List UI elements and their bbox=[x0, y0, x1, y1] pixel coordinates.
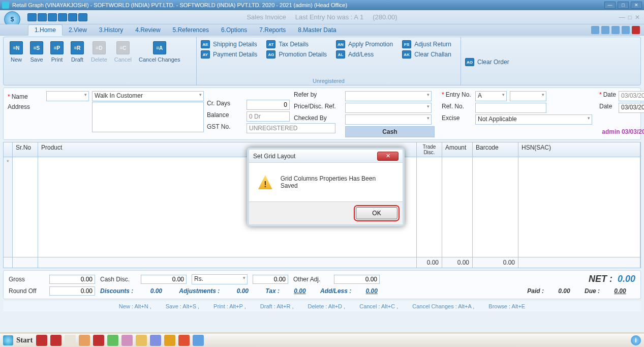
tax-details-button[interactable]: ATTax Details bbox=[266, 40, 327, 48]
cashdisc-label: Cash Disc. bbox=[100, 276, 136, 283]
qat-btn-6[interactable] bbox=[78, 13, 87, 21]
task-icon-10[interactable] bbox=[164, 335, 175, 346]
last-entry-text: Last Entry No was : A 1 bbox=[295, 13, 363, 21]
draft-button[interactable]: =RDraft bbox=[69, 40, 86, 64]
help-icon[interactable] bbox=[591, 26, 599, 34]
maximize-button[interactable]: □ bbox=[618, 2, 629, 9]
entryno-number[interactable] bbox=[510, 91, 546, 101]
task-icon-12[interactable] bbox=[193, 335, 204, 346]
cancel-button: =CCancel bbox=[112, 40, 134, 64]
roundoff-value[interactable] bbox=[49, 286, 95, 296]
task-icon-2[interactable] bbox=[50, 335, 62, 346]
addless-value[interactable]: 0.00 bbox=[356, 287, 387, 295]
gross-label: Gross bbox=[9, 276, 44, 283]
calc-icon[interactable] bbox=[622, 26, 630, 34]
tax-label: Tax : bbox=[265, 287, 280, 295]
inner-restore[interactable]: □ bbox=[628, 14, 632, 21]
clear-order-button[interactable]: AO Clear Order bbox=[465, 58, 518, 66]
shipping-details-button[interactable]: AEShipping Details bbox=[201, 40, 257, 48]
qat-btn-1[interactable] bbox=[27, 13, 37, 21]
col-amount[interactable]: Amount bbox=[442, 142, 473, 157]
currency-value[interactable] bbox=[253, 275, 288, 284]
payment-details-button[interactable]: AYPayment Details bbox=[201, 50, 257, 59]
info-icon[interactable]: i bbox=[631, 335, 641, 345]
dialog-ok-button[interactable]: OK bbox=[356, 207, 397, 219]
print-button[interactable]: =PPrint bbox=[48, 40, 66, 64]
tab-view[interactable]: 2.View bbox=[63, 25, 93, 35]
tab-history[interactable]: 3.History bbox=[93, 25, 129, 35]
new-button[interactable]: =NNew bbox=[8, 40, 25, 64]
qat-btn-4[interactable] bbox=[58, 13, 67, 21]
clear-challan-button[interactable]: AKClear Challan bbox=[402, 50, 456, 59]
link-icon: AN bbox=[336, 40, 345, 48]
name-code-combo[interactable] bbox=[46, 91, 89, 101]
col-srno[interactable]: Sr.No bbox=[13, 142, 38, 157]
ribbon-label: Save bbox=[30, 56, 43, 63]
inner-minimize[interactable]: — bbox=[619, 14, 625, 21]
tab-review[interactable]: 4.Review bbox=[129, 25, 166, 35]
col-barcode[interactable]: Barcode bbox=[473, 142, 518, 157]
col-tradedisc[interactable]: Trade Disc. bbox=[417, 142, 442, 157]
task-icon-11[interactable] bbox=[178, 335, 190, 346]
due-value[interactable]: 0.00 bbox=[605, 287, 635, 295]
refresh-icon[interactable] bbox=[601, 26, 609, 34]
cancel-changes-button[interactable]: =ACancel Changes bbox=[137, 40, 182, 64]
task-icon-9[interactable] bbox=[150, 335, 161, 346]
roundoff-label: Round Off bbox=[9, 287, 44, 295]
minimize-button[interactable]: — bbox=[604, 2, 616, 9]
payment-mode-cash[interactable]: Cash bbox=[345, 126, 435, 137]
pricedisc-combo[interactable] bbox=[345, 103, 432, 113]
referby-combo[interactable] bbox=[345, 91, 432, 101]
qat-btn-5[interactable] bbox=[68, 13, 77, 21]
gross-value[interactable] bbox=[49, 275, 95, 284]
address-input[interactable] bbox=[92, 102, 204, 132]
save-button[interactable]: =SSave bbox=[28, 40, 45, 64]
date1-input[interactable]: 03/03/2021 bbox=[619, 91, 644, 101]
tab-options[interactable]: 6.Options bbox=[215, 25, 253, 35]
ribbon-icon: =D bbox=[93, 41, 106, 54]
dialog-close-button[interactable]: ✕ bbox=[377, 152, 398, 161]
export-icon[interactable] bbox=[611, 26, 620, 34]
col-hsn[interactable]: HSN(SAC) bbox=[518, 142, 640, 157]
date2-input[interactable]: 03/03/2021 bbox=[619, 103, 644, 113]
crdays-input[interactable] bbox=[247, 100, 290, 110]
refno-input[interactable] bbox=[475, 103, 546, 113]
adjust-return-button[interactable]: FSAdjust Return bbox=[402, 40, 456, 48]
entryno-series[interactable]: A bbox=[475, 91, 507, 101]
add-less-button[interactable]: ALAdd/Less bbox=[336, 50, 393, 59]
set-grid-layout-dialog: Set Grid Layout ✕ ! Grid Columns Propert… bbox=[247, 148, 405, 226]
inner-close[interactable]: ✕ bbox=[635, 14, 640, 21]
crdays-label: Cr. Days bbox=[207, 100, 243, 110]
start-label[interactable]: Start bbox=[16, 336, 33, 344]
currency-combo[interactable]: Rs. bbox=[192, 274, 248, 284]
totals-panel: Gross Cash Disc. Rs. Other Adj. NET : 0.… bbox=[3, 270, 641, 299]
checkedby-combo[interactable] bbox=[345, 114, 432, 125]
qat-btn-3[interactable] bbox=[48, 13, 57, 21]
task-icon-3[interactable] bbox=[65, 335, 76, 346]
tab-home[interactable]: 1.Home bbox=[28, 24, 63, 36]
tab-masterdata[interactable]: 8.Master Data bbox=[292, 25, 342, 35]
task-icon-1[interactable] bbox=[36, 335, 47, 346]
task-icon-8[interactable] bbox=[136, 335, 147, 346]
flag-icon[interactable] bbox=[632, 26, 640, 34]
qat-btn-2[interactable] bbox=[38, 13, 47, 21]
foot-tradedisc: 0.00 bbox=[417, 257, 442, 268]
excise-combo[interactable]: Not Applicable bbox=[475, 114, 592, 125]
task-icon-7[interactable] bbox=[121, 335, 133, 346]
tab-references[interactable]: 5.References bbox=[167, 25, 215, 35]
cashdisc-value[interactable] bbox=[141, 275, 187, 284]
name-combo[interactable]: Walk In Customer bbox=[92, 91, 204, 101]
warning-icon: ! bbox=[258, 175, 272, 189]
clear-order-label: Clear Order bbox=[477, 59, 509, 66]
ribbon-header: $ Sales Invoice Last Entry No was : A 1 … bbox=[0, 10, 644, 24]
task-icon-4[interactable] bbox=[79, 335, 90, 346]
task-icon-5[interactable] bbox=[93, 335, 104, 346]
task-icon-6[interactable] bbox=[107, 335, 118, 346]
tax-value[interactable]: 0.00 bbox=[285, 287, 315, 295]
tab-reports[interactable]: 7.Reports bbox=[253, 25, 292, 35]
taskbar-app-icon[interactable] bbox=[3, 335, 13, 345]
close-button[interactable]: ✕ bbox=[631, 2, 642, 9]
apply-promotion-button[interactable]: ANApply Promotion bbox=[336, 40, 393, 48]
promotion-details-button[interactable]: AGPromotion Details bbox=[266, 50, 327, 59]
otheradj-value[interactable] bbox=[334, 275, 380, 284]
